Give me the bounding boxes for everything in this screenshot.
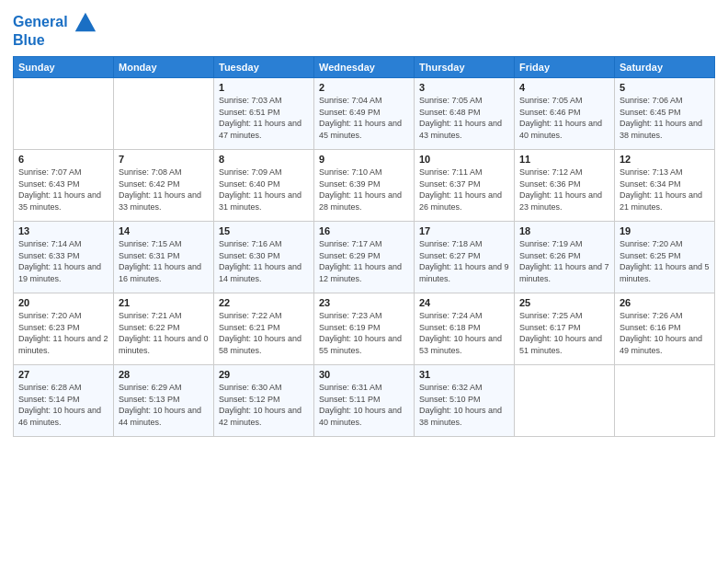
day-number: 27 — [18, 369, 108, 380]
cell-2-2: 7Sunrise: 7:08 AM Sunset: 6:42 PM Daylig… — [114, 150, 214, 222]
day-number: 17 — [419, 225, 509, 236]
day-number: 22 — [219, 297, 309, 308]
cell-5-2: 28Sunrise: 6:29 AM Sunset: 5:13 PM Dayli… — [114, 365, 214, 437]
cell-1-7: 5Sunrise: 7:06 AM Sunset: 6:45 PM Daylig… — [615, 78, 715, 150]
day-number: 25 — [519, 297, 609, 308]
cell-4-7: 26Sunrise: 7:26 AM Sunset: 6:16 PM Dayli… — [615, 293, 715, 365]
day-info: Sunrise: 7:05 AM Sunset: 6:46 PM Dayligh… — [519, 95, 609, 141]
cell-5-6 — [515, 365, 615, 437]
day-info: Sunrise: 6:31 AM Sunset: 5:11 PM Dayligh… — [319, 382, 409, 428]
day-number: 20 — [18, 297, 108, 308]
day-header-sunday: Sunday — [14, 57, 114, 78]
cell-2-4: 9Sunrise: 7:10 AM Sunset: 6:39 PM Daylig… — [314, 150, 415, 222]
cell-5-7 — [615, 365, 715, 437]
day-info: Sunrise: 7:25 AM Sunset: 6:17 PM Dayligh… — [519, 310, 609, 356]
day-number: 6 — [18, 154, 108, 165]
week-row-5: 27Sunrise: 6:28 AM Sunset: 5:14 PM Dayli… — [14, 365, 715, 437]
cell-3-2: 14Sunrise: 7:15 AM Sunset: 6:31 PM Dayli… — [114, 222, 214, 293]
day-header-saturday: Saturday — [615, 57, 715, 78]
day-info: Sunrise: 7:20 AM Sunset: 6:23 PM Dayligh… — [18, 310, 108, 356]
day-number: 8 — [219, 154, 309, 165]
day-info: Sunrise: 6:30 AM Sunset: 5:12 PM Dayligh… — [219, 382, 309, 428]
header-row: SundayMondayTuesdayWednesdayThursdayFrid… — [14, 57, 715, 78]
day-number: 1 — [219, 82, 309, 93]
logo: General Blue — [13, 9, 97, 49]
day-info: Sunrise: 7:09 AM Sunset: 6:40 PM Dayligh… — [219, 167, 309, 213]
cell-1-4: 2Sunrise: 7:04 AM Sunset: 6:49 PM Daylig… — [314, 78, 415, 150]
day-number: 30 — [319, 369, 409, 380]
day-number: 24 — [419, 297, 509, 308]
cell-1-5: 3Sunrise: 7:05 AM Sunset: 6:48 PM Daylig… — [415, 78, 515, 150]
day-info: Sunrise: 7:26 AM Sunset: 6:16 PM Dayligh… — [620, 310, 710, 356]
day-info: Sunrise: 7:19 AM Sunset: 6:26 PM Dayligh… — [519, 238, 609, 284]
cell-4-1: 20Sunrise: 7:20 AM Sunset: 6:23 PM Dayli… — [14, 293, 114, 365]
day-number: 15 — [219, 225, 309, 236]
day-header-thursday: Thursday — [415, 57, 515, 78]
cell-5-3: 29Sunrise: 6:30 AM Sunset: 5:12 PM Dayli… — [214, 365, 314, 437]
cell-1-1 — [14, 78, 114, 150]
day-info: Sunrise: 6:29 AM Sunset: 5:13 PM Dayligh… — [119, 382, 209, 428]
day-info: Sunrise: 7:18 AM Sunset: 6:27 PM Dayligh… — [419, 238, 509, 284]
day-number: 23 — [319, 297, 409, 308]
day-number: 2 — [319, 82, 409, 93]
day-info: Sunrise: 7:08 AM Sunset: 6:42 PM Dayligh… — [119, 167, 209, 213]
logo-text: General — [13, 13, 68, 30]
cell-2-5: 10Sunrise: 7:11 AM Sunset: 6:37 PM Dayli… — [415, 150, 515, 222]
day-number: 19 — [620, 225, 710, 236]
day-number: 13 — [18, 225, 108, 236]
cell-4-5: 24Sunrise: 7:24 AM Sunset: 6:18 PM Dayli… — [415, 293, 515, 365]
cell-3-6: 18Sunrise: 7:19 AM Sunset: 6:26 PM Dayli… — [515, 222, 615, 293]
day-number: 28 — [119, 369, 209, 380]
cell-3-7: 19Sunrise: 7:20 AM Sunset: 6:25 PM Dayli… — [615, 222, 715, 293]
day-info: Sunrise: 7:14 AM Sunset: 6:33 PM Dayligh… — [18, 238, 108, 284]
cell-2-6: 11Sunrise: 7:12 AM Sunset: 6:36 PM Dayli… — [515, 150, 615, 222]
cell-5-1: 27Sunrise: 6:28 AM Sunset: 5:14 PM Dayli… — [14, 365, 114, 437]
day-info: Sunrise: 7:17 AM Sunset: 6:29 PM Dayligh… — [319, 238, 409, 284]
cell-4-6: 25Sunrise: 7:25 AM Sunset: 6:17 PM Dayli… — [515, 293, 615, 365]
cell-3-5: 17Sunrise: 7:18 AM Sunset: 6:27 PM Dayli… — [415, 222, 515, 293]
day-info: Sunrise: 7:22 AM Sunset: 6:21 PM Dayligh… — [219, 310, 309, 356]
day-header-tuesday: Tuesday — [214, 57, 314, 78]
cell-2-3: 8Sunrise: 7:09 AM Sunset: 6:40 PM Daylig… — [214, 150, 314, 222]
day-info: Sunrise: 7:20 AM Sunset: 6:25 PM Dayligh… — [620, 238, 710, 284]
day-info: Sunrise: 7:15 AM Sunset: 6:31 PM Dayligh… — [119, 238, 209, 284]
svg-marker-0 — [74, 13, 95, 32]
day-number: 16 — [319, 225, 409, 236]
day-info: Sunrise: 7:06 AM Sunset: 6:45 PM Dayligh… — [620, 95, 710, 141]
header: General Blue — [13, 9, 715, 49]
day-info: Sunrise: 7:16 AM Sunset: 6:30 PM Dayligh… — [219, 238, 309, 284]
day-info: Sunrise: 7:12 AM Sunset: 6:36 PM Dayligh… — [519, 167, 609, 213]
day-number: 4 — [519, 82, 609, 93]
day-info: Sunrise: 7:07 AM Sunset: 6:43 PM Dayligh… — [18, 167, 108, 213]
day-info: Sunrise: 6:32 AM Sunset: 5:10 PM Dayligh… — [419, 382, 509, 428]
cell-4-3: 22Sunrise: 7:22 AM Sunset: 6:21 PM Dayli… — [214, 293, 314, 365]
day-info: Sunrise: 7:05 AM Sunset: 6:48 PM Dayligh… — [419, 95, 509, 141]
logo-icon — [72, 9, 97, 35]
day-info: Sunrise: 7:21 AM Sunset: 6:22 PM Dayligh… — [119, 310, 209, 356]
cell-3-4: 16Sunrise: 7:17 AM Sunset: 6:29 PM Dayli… — [314, 222, 415, 293]
day-info: Sunrise: 7:13 AM Sunset: 6:34 PM Dayligh… — [620, 167, 710, 213]
cell-5-5: 31Sunrise: 6:32 AM Sunset: 5:10 PM Dayli… — [415, 365, 515, 437]
week-row-1: 1Sunrise: 7:03 AM Sunset: 6:51 PM Daylig… — [14, 78, 715, 150]
day-number: 14 — [119, 225, 209, 236]
week-row-3: 13Sunrise: 7:14 AM Sunset: 6:33 PM Dayli… — [14, 222, 715, 293]
day-number: 3 — [419, 82, 509, 93]
cell-3-3: 15Sunrise: 7:16 AM Sunset: 6:30 PM Dayli… — [214, 222, 314, 293]
cell-4-4: 23Sunrise: 7:23 AM Sunset: 6:19 PM Dayli… — [314, 293, 415, 365]
day-number: 31 — [419, 369, 509, 380]
cell-1-3: 1Sunrise: 7:03 AM Sunset: 6:51 PM Daylig… — [214, 78, 314, 150]
day-info: Sunrise: 7:23 AM Sunset: 6:19 PM Dayligh… — [319, 310, 409, 356]
cell-4-2: 21Sunrise: 7:21 AM Sunset: 6:22 PM Dayli… — [114, 293, 214, 365]
day-number: 12 — [620, 154, 710, 165]
calendar-table: SundayMondayTuesdayWednesdayThursdayFrid… — [13, 56, 715, 437]
week-row-2: 6Sunrise: 7:07 AM Sunset: 6:43 PM Daylig… — [14, 150, 715, 222]
day-header-wednesday: Wednesday — [314, 57, 415, 78]
cell-1-2 — [114, 78, 214, 150]
cell-5-4: 30Sunrise: 6:31 AM Sunset: 5:11 PM Dayli… — [314, 365, 415, 437]
day-info: Sunrise: 7:11 AM Sunset: 6:37 PM Dayligh… — [419, 167, 509, 213]
day-number: 18 — [519, 225, 609, 236]
day-number: 10 — [419, 154, 509, 165]
week-row-4: 20Sunrise: 7:20 AM Sunset: 6:23 PM Dayli… — [14, 293, 715, 365]
day-number: 21 — [119, 297, 209, 308]
cell-2-7: 12Sunrise: 7:13 AM Sunset: 6:34 PM Dayli… — [615, 150, 715, 222]
